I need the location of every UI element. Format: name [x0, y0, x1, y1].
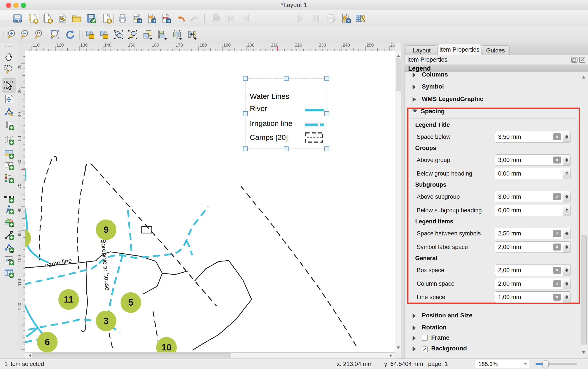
section-rotation[interactable]: Rotation — [413, 323, 447, 332]
export-atlas-button[interactable] — [340, 13, 351, 24]
spinner-buttons[interactable] — [563, 278, 570, 289]
space-between-symbols-field[interactable]: 2,50 mm✕ — [495, 228, 563, 239]
spinner-buttons[interactable] — [563, 265, 570, 276]
resize-items-button[interactable] — [187, 29, 197, 40]
spin-down-icon[interactable] — [565, 270, 568, 274]
refresh-view-button[interactable] — [65, 29, 75, 40]
lock-selected-items-button[interactable] — [85, 29, 95, 40]
export-as-svg-button[interactable] — [146, 13, 157, 24]
section-wms-legendgraphic[interactable]: WMS LegendGraphic — [413, 95, 483, 103]
edit-nodes-item-button[interactable] — [4, 107, 14, 117]
above-group-field[interactable]: 3,00 mm✕ — [495, 154, 563, 166]
move-item-content-button[interactable] — [4, 94, 14, 104]
save-as-template-button[interactable] — [86, 13, 96, 24]
add-arrow-button[interactable] — [4, 230, 14, 240]
canvas-vertical-scrollbar[interactable] — [395, 51, 401, 352]
scroll-up-icon[interactable] — [582, 74, 585, 79]
section-frame[interactable]: Frame — [413, 333, 450, 342]
spinner-buttons[interactable] — [563, 205, 570, 216]
section-spacing[interactable]: Spacing — [413, 107, 445, 116]
ungroup-items-button[interactable] — [127, 29, 138, 40]
add-legend-button[interactable] — [4, 173, 14, 184]
horizontal-ruler[interactable]: 1101201301401501601701801902002102202302… — [25, 43, 395, 51]
selection-handle[interactable] — [243, 111, 248, 116]
box-space-field[interactable]: 2,00 mm✕ — [495, 265, 563, 276]
section-background[interactable]: ✓Background — [413, 344, 467, 353]
group-items-button[interactable] — [113, 29, 124, 40]
panel-scroll-thumb[interactable] — [581, 235, 587, 345]
spin-down-icon[interactable] — [565, 210, 568, 214]
selection-handle[interactable] — [284, 146, 289, 151]
add-north-arrow-button[interactable]: N — [4, 204, 14, 215]
selection-handle[interactable] — [325, 146, 329, 151]
selection-handle[interactable] — [243, 146, 248, 151]
section-position-and-size[interactable]: Position and Size — [413, 311, 472, 320]
spinner-buttons[interactable] — [563, 291, 570, 303]
clear-value-icon[interactable]: ✕ — [553, 267, 561, 274]
load-from-template-button[interactable] — [71, 13, 82, 24]
selection-handle[interactable] — [325, 111, 329, 116]
zoom-out-button[interactable] — [20, 29, 31, 40]
duplicate-layout-button[interactable] — [42, 13, 53, 24]
zoom-combo-dropdown-icon[interactable] — [521, 360, 529, 368]
spin-down-icon[interactable] — [565, 284, 568, 288]
scroll-up-icon[interactable] — [397, 53, 400, 57]
panel-splitter[interactable] — [401, 43, 404, 359]
close-panel-icon[interactable] — [579, 57, 585, 63]
add-shape-button[interactable] — [4, 217, 14, 227]
zoom-actual-button[interactable]: 1:1 — [34, 29, 45, 40]
vertical-ruler[interactable]: 2030405060708090100110120 — [18, 51, 25, 352]
pan-layout-button[interactable] — [4, 51, 14, 62]
add-page-button[interactable] — [4, 120, 14, 131]
align-selected-items-button[interactable] — [157, 29, 168, 40]
scroll-right-icon[interactable] — [389, 354, 394, 358]
space-below-field[interactable]: 3,50 mm✕ — [495, 131, 563, 143]
horizontal-scroll-thumb[interactable] — [32, 353, 231, 358]
clear-value-icon[interactable]: ✕ — [553, 133, 561, 140]
raise-selected-items-button[interactable] — [142, 29, 153, 40]
add-node-item-button[interactable] — [4, 242, 14, 253]
last-feature-button[interactable] — [311, 13, 321, 24]
spinner-buttons[interactable] — [563, 168, 570, 179]
undo-button[interactable] — [175, 13, 186, 24]
spinner-buttons[interactable] — [563, 241, 570, 253]
clear-value-icon[interactable]: ✕ — [553, 156, 561, 164]
clear-value-icon[interactable]: ✕ — [553, 294, 561, 301]
vertical-scroll-thumb[interactable] — [396, 58, 401, 91]
legend-item[interactable]: Water LinesRiverIrrigation lineCamps [20… — [245, 78, 326, 148]
selection-handle[interactable] — [243, 76, 248, 81]
zoom-in-button[interactable] — [7, 29, 18, 40]
preview-atlas-button[interactable] — [210, 13, 221, 24]
section-symbol[interactable]: Symbol — [413, 82, 444, 91]
below-subgroup-heading-field[interactable]: 0,00 mm — [495, 205, 563, 216]
spin-down-icon[interactable] — [565, 137, 568, 141]
scroll-down-icon[interactable] — [397, 347, 400, 351]
add-html-button[interactable]: </> — [4, 255, 14, 265]
add-map-button[interactable] — [4, 134, 14, 145]
unlock-all-items-button[interactable] — [99, 29, 109, 40]
add-scalebar-button[interactable] — [4, 193, 14, 203]
spin-down-icon[interactable] — [565, 160, 568, 164]
atlas-settings-button[interactable] — [355, 13, 365, 24]
atlas-page-combo[interactable] — [0, 10, 39, 20]
frame-checkbox[interactable] — [422, 335, 428, 341]
section-columns[interactable]: Columns — [413, 70, 448, 79]
add-attribute-table-button[interactable] — [4, 267, 14, 278]
canvas-horizontal-scrollbar[interactable] — [25, 352, 395, 359]
add-items-from-template-button[interactable] — [102, 13, 112, 24]
atlas-page-dropdown-icon[interactable] — [30, 10, 39, 20]
zoom-slider-thumb[interactable] — [543, 360, 549, 368]
above-subgroup-field[interactable]: 3,00 mm✕ — [495, 191, 563, 202]
first-feature-button[interactable] — [226, 13, 236, 24]
clear-value-icon[interactable]: ✕ — [553, 193, 561, 200]
tab-item-properties[interactable]: Item Properties — [438, 44, 481, 55]
spinner-buttons[interactable] — [563, 228, 570, 239]
tab-guides[interactable]: Guides — [481, 45, 510, 55]
scroll-left-icon[interactable] — [27, 354, 31, 358]
panel-scrollbar[interactable] — [581, 73, 587, 356]
add-picture-button[interactable] — [4, 148, 14, 159]
print-atlas-button[interactable] — [326, 13, 336, 24]
spinner-buttons[interactable] — [563, 131, 570, 143]
float-panel-icon[interactable] — [571, 57, 578, 63]
tab-layout[interactable]: Layout — [406, 45, 438, 55]
